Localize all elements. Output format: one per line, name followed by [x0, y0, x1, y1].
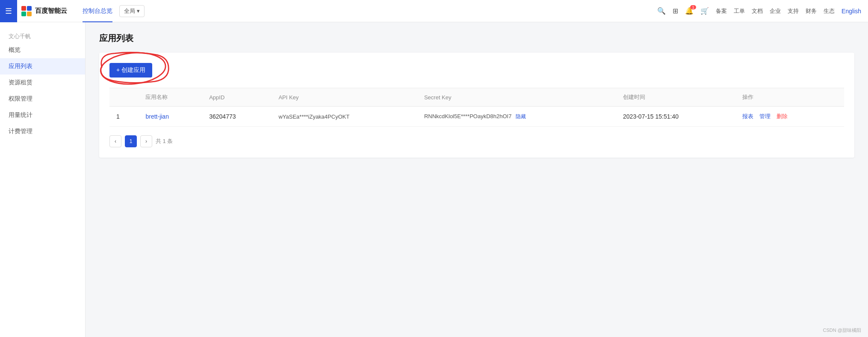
chevron-down-icon: ▾: [137, 8, 140, 14]
logo-text: 百度智能云: [35, 7, 67, 15]
page-title: 应用列表: [99, 33, 854, 44]
col-apikey: API Key: [272, 88, 417, 107]
table-body: 1 brett-jian 36204773 wYaSEa****iZyaka4P…: [109, 107, 844, 127]
row-apikey: wYaSEa****iZyaka4PCyOKT: [272, 107, 417, 127]
hide-secret-key-link[interactable]: 隐藏: [516, 113, 526, 119]
sidebar-item-permission[interactable]: 权限管理: [0, 91, 85, 107]
report-action-link[interactable]: 报表: [742, 113, 753, 119]
manage-action-link[interactable]: 管理: [759, 113, 771, 119]
sidebar-item-usage[interactable]: 用量统计: [0, 107, 85, 123]
svg-rect-3: [27, 12, 32, 16]
col-secretkey: Secret Key: [417, 88, 616, 107]
pagination: ‹ 1 › 共 1 条: [109, 135, 844, 147]
language-switch[interactable]: English: [841, 8, 861, 15]
search-icon-btn[interactable]: 🔍: [657, 7, 666, 15]
prev-page-button[interactable]: ‹: [109, 135, 121, 147]
nav-console-link[interactable]: 控制台总览: [77, 0, 118, 22]
docs-link[interactable]: 文档: [752, 7, 763, 15]
create-app-button[interactable]: + 创建应用: [109, 63, 152, 78]
support-link[interactable]: 支持: [788, 7, 799, 15]
finance-link[interactable]: 财务: [806, 7, 817, 15]
col-name: 应用名称: [139, 88, 202, 107]
svg-rect-0: [21, 6, 26, 11]
col-appid: AppID: [202, 88, 272, 107]
create-btn-wrapper: + 创建应用: [109, 63, 152, 88]
navbar: ☰ 百度智能云 控制台总览 全局 ▾ 🔍 ⊞ 🔔 1 🛒 备案 工单 文档: [0, 0, 868, 22]
nav-scope-dropdown[interactable]: 全局 ▾: [119, 5, 145, 17]
next-page-button[interactable]: ›: [140, 135, 152, 147]
delete-action-link[interactable]: 删除: [776, 113, 788, 119]
svg-rect-1: [27, 6, 32, 11]
app-table: 应用名称 AppID API Key Secret Key 创建时间 操作 1 …: [109, 88, 844, 127]
enterprise-link[interactable]: 企业: [770, 7, 781, 15]
row-actions: 报表 管理 删除: [735, 107, 844, 127]
sidebar-item-overview[interactable]: 概览: [0, 42, 85, 58]
footer-credit: CSDN @甜味橘阳: [823, 327, 861, 334]
sidebar-item-billing[interactable]: 计费管理: [0, 123, 85, 140]
row-index: 1: [109, 107, 139, 127]
table-header: 应用名称 AppID API Key Secret Key 创建时间 操作: [109, 88, 844, 107]
cart-icon-btn[interactable]: 🛒: [700, 7, 709, 15]
notification-icon-btn[interactable]: 🔔 1: [685, 7, 694, 15]
logo-area: 百度智能云: [21, 5, 67, 17]
logo-icon: [21, 5, 32, 17]
page-total: 共 1 条: [156, 137, 173, 145]
secret-key-value: RNNkcdKlol5E****POaykD8h2hOI7: [424, 113, 511, 119]
sidebar-item-resource[interactable]: 资源租赁: [0, 75, 85, 91]
table-row: 1 brett-jian 36204773 wYaSEa****iZyaka4P…: [109, 107, 844, 127]
hamburger-icon: ☰: [5, 6, 12, 16]
notification-badge: 1: [690, 5, 696, 9]
col-actions: 操作: [735, 88, 844, 107]
nav-links: 控制台总览 全局 ▾: [77, 0, 657, 22]
apps-icon-btn[interactable]: ⊞: [673, 7, 678, 15]
nav-right: 🔍 ⊞ 🔔 1 🛒 备案 工单 文档 企业 支持 财务 生态 English: [657, 7, 861, 15]
beian-link[interactable]: 备案: [716, 7, 727, 15]
app-name-link[interactable]: brett-jian: [145, 113, 168, 120]
current-page-button[interactable]: 1: [125, 135, 137, 147]
sidebar-item-app-list[interactable]: 应用列表: [0, 58, 85, 75]
col-index: [109, 88, 139, 107]
menu-toggle-button[interactable]: ☰: [0, 0, 17, 22]
row-created-time: 2023-07-15 15:51:40: [616, 107, 735, 127]
layout: 文心千帆 概览 应用列表 资源租赁 权限管理 用量统计 计费管理 应用列表 + …: [0, 22, 868, 337]
col-created: 创建时间: [616, 88, 735, 107]
row-appid: 36204773: [202, 107, 272, 127]
sidebar-section-title: 文心千帆: [0, 29, 85, 42]
content-card: + 创建应用 应用名称 AppID API Key Secret Key: [99, 53, 854, 158]
row-name: brett-jian: [139, 107, 202, 127]
row-secretkey: RNNkcdKlol5E****POaykD8h2hOI7 隐藏: [417, 107, 616, 127]
svg-rect-2: [21, 12, 26, 16]
api-key-value: wYaSEa****iZyaka4PCyOKT: [278, 113, 349, 120]
sidebar: 文心千帆 概览 应用列表 资源租赁 权限管理 用量统计 计费管理: [0, 22, 86, 337]
main-content: 应用列表 + 创建应用 应用名称 AppID API Key: [86, 22, 868, 337]
workorder-link[interactable]: 工单: [734, 7, 745, 15]
ecosystem-link[interactable]: 生态: [824, 7, 835, 15]
